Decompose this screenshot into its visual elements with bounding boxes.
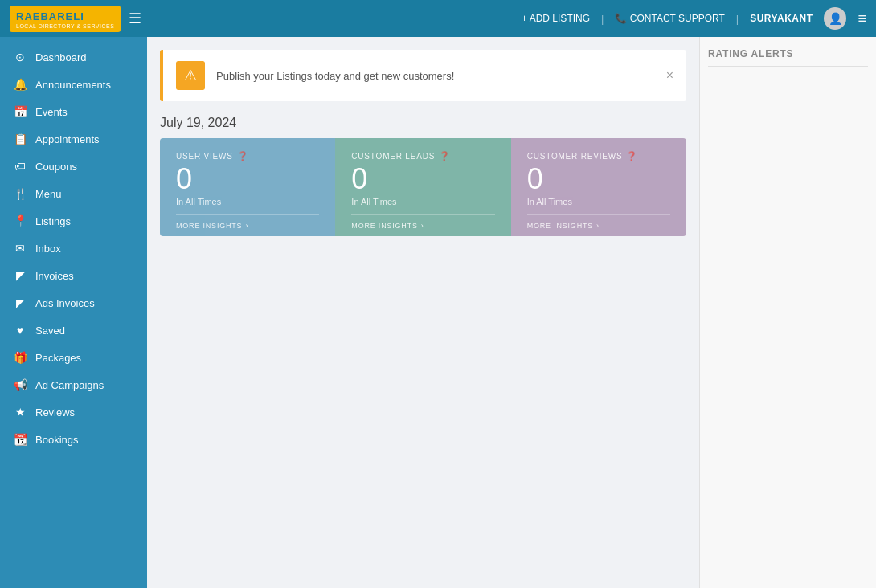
- sidebar-item-label-bookings: Bookings: [35, 434, 78, 446]
- sidebar-item-label-ad-campaigns: Ad Campaigns: [35, 379, 104, 391]
- contact-support-label: CONTACT SUPPORT: [630, 13, 725, 24]
- customer-leads-more-insights[interactable]: MORE INSIGHTS ›: [351, 214, 494, 236]
- sidebar-item-menu[interactable]: 🍴Menu: [0, 180, 147, 207]
- add-listing-link[interactable]: + ADD LISTING: [522, 13, 590, 24]
- warning-icon: ⚠: [184, 67, 197, 84]
- sidebar-item-label-packages: Packages: [35, 352, 81, 364]
- user-views-more-insights[interactable]: MORE INSIGHTS ›: [176, 214, 319, 236]
- sidebar-item-coupons[interactable]: 🏷Coupons: [0, 153, 147, 180]
- chevron-right-icon-2: ›: [421, 222, 424, 230]
- stat-value-customer-leads: 0: [351, 165, 494, 194]
- inbox-icon: ✉: [13, 242, 27, 255]
- avatar[interactable]: 👤: [824, 7, 846, 30]
- stat-sublabel-customer-leads: In All Times: [351, 197, 494, 206]
- sidebar-item-saved[interactable]: ♥Saved: [0, 316, 147, 344]
- sidebar-item-events[interactable]: 📅Events: [0, 98, 147, 125]
- banner-icon-box: ⚠: [176, 61, 205, 90]
- sidebar-item-bookings[interactable]: 📆Bookings: [0, 426, 147, 453]
- coupons-icon: 🏷: [13, 160, 27, 173]
- right-panel: RATING ALERTS: [699, 37, 876, 588]
- sidebar-item-label-invoices: Invoices: [35, 270, 74, 282]
- date-heading: July 19, 2024: [160, 116, 686, 130]
- customer-leads-help-icon[interactable]: ❓: [439, 151, 451, 161]
- reviews-icon: ★: [13, 406, 27, 419]
- sidebar-item-label-inbox: Inbox: [35, 243, 61, 255]
- sidebar-item-label-reviews: Reviews: [35, 406, 75, 419]
- topnav-right: + ADD LISTING | 📞 CONTACT SUPPORT | SURY…: [522, 7, 866, 30]
- menu-icon: 🍴: [13, 187, 27, 200]
- sidebar: ⊙Dashboard🔔Announcements📅Events📋Appointm…: [0, 37, 147, 588]
- events-icon: 📅: [13, 105, 27, 118]
- sidebar-item-packages[interactable]: 🎁Packages: [0, 344, 147, 371]
- separator-2: |: [736, 13, 739, 25]
- sidebar-item-ads-invoices[interactable]: ◤Ads Invoices: [0, 289, 147, 316]
- rating-alerts-title: RATING ALERTS: [708, 45, 868, 67]
- banner-text: Publish your Listings today and get new …: [216, 70, 655, 82]
- sidebar-item-label-saved: Saved: [35, 325, 65, 337]
- ads-invoices-icon: ◤: [13, 296, 27, 309]
- customer-reviews-help-icon[interactable]: ❓: [626, 151, 638, 161]
- hamburger-icon[interactable]: ☰: [129, 10, 141, 27]
- chevron-right-icon: ›: [245, 222, 248, 230]
- sidebar-item-label-appointments: Appointments: [35, 133, 100, 145]
- stat-label-customer-reviews: CUSTOMER REVIEWS ❓: [527, 151, 670, 161]
- stat-value-user-views: 0: [176, 165, 319, 194]
- sidebar-item-label-menu: Menu: [35, 188, 62, 200]
- stat-card-customer-leads: CUSTOMER LEADS ❓ 0 In All Times MORE INS…: [335, 138, 510, 236]
- top-navigation: RAEBARELI LOCAL DIRECTORY & SERVICES ☰ +…: [0, 0, 876, 37]
- stat-label-customer-leads: CUSTOMER LEADS ❓: [351, 151, 494, 161]
- menu-dots-icon[interactable]: ≡: [858, 10, 866, 27]
- logo-text: RAEBARELI: [16, 10, 84, 22]
- announcement-banner: ⚠ Publish your Listings today and get ne…: [160, 50, 686, 101]
- logo-content: RAEBARELI LOCAL DIRECTORY & SERVICES: [16, 9, 114, 29]
- banner-close-button[interactable]: ×: [666, 68, 673, 83]
- sidebar-item-reviews[interactable]: ★Reviews: [0, 398, 147, 426]
- stats-row: USER VIEWS ❓ 0 In All Times MORE INSIGHT…: [160, 138, 686, 236]
- stat-card-customer-reviews: CUSTOMER REVIEWS ❓ 0 In All Times MORE I…: [511, 138, 686, 236]
- invoices-icon: ◤: [13, 269, 27, 282]
- phone-icon: 📞: [615, 13, 627, 24]
- packages-icon: 🎁: [13, 351, 27, 364]
- chevron-right-icon-3: ›: [596, 222, 600, 230]
- customer-reviews-more-insights[interactable]: MORE INSIGHTS ›: [527, 214, 670, 236]
- sidebar-item-listings[interactable]: 📍Listings: [0, 207, 147, 235]
- saved-icon: ♥: [13, 324, 27, 337]
- sidebar-item-label-announcements: Announcements: [35, 79, 111, 91]
- sidebar-item-label-listings: Listings: [35, 215, 71, 227]
- sidebar-item-announcements[interactable]: 🔔Announcements: [0, 71, 147, 98]
- topnav-left: RAEBARELI LOCAL DIRECTORY & SERVICES ☰: [10, 6, 141, 32]
- layout: ⊙Dashboard🔔Announcements📅Events📋Appointm…: [0, 37, 876, 588]
- sidebar-item-invoices[interactable]: ◤Invoices: [0, 262, 147, 289]
- logo: RAEBARELI LOCAL DIRECTORY & SERVICES: [10, 6, 121, 32]
- separator-1: |: [601, 13, 604, 25]
- sidebar-item-dashboard[interactable]: ⊙Dashboard: [0, 43, 147, 71]
- stat-card-user-views: USER VIEWS ❓ 0 In All Times MORE INSIGHT…: [160, 138, 335, 236]
- ad-campaigns-icon: 📢: [13, 378, 27, 391]
- sidebar-item-label-events: Events: [35, 106, 68, 118]
- stat-sublabel-customer-reviews: In All Times: [527, 197, 670, 206]
- main-content: ⚠ Publish your Listings today and get ne…: [147, 37, 699, 588]
- sidebar-item-label-dashboard: Dashboard: [35, 51, 87, 63]
- stat-sublabel-user-views: In All Times: [176, 197, 319, 206]
- user-views-help-icon[interactable]: ❓: [237, 151, 249, 161]
- contact-support-link[interactable]: 📞 CONTACT SUPPORT: [615, 13, 724, 24]
- sidebar-item-label-ads-invoices: Ads Invoices: [35, 297, 95, 309]
- username-label: SURYAKANT: [750, 13, 813, 24]
- bookings-icon: 📆: [13, 433, 27, 446]
- sidebar-item-inbox[interactable]: ✉Inbox: [0, 235, 147, 262]
- sidebar-item-appointments[interactable]: 📋Appointments: [0, 125, 147, 153]
- listings-icon: 📍: [13, 214, 27, 227]
- logo-sub: LOCAL DIRECTORY & SERVICES: [16, 23, 114, 29]
- dashboard-icon: ⊙: [13, 51, 27, 63]
- sidebar-item-label-coupons: Coupons: [35, 161, 77, 173]
- announcements-icon: 🔔: [13, 78, 27, 91]
- sidebar-item-ad-campaigns[interactable]: 📢Ad Campaigns: [0, 371, 147, 398]
- stat-label-user-views: USER VIEWS ❓: [176, 151, 319, 161]
- appointments-icon: 📋: [13, 133, 27, 145]
- stat-value-customer-reviews: 0: [527, 165, 670, 194]
